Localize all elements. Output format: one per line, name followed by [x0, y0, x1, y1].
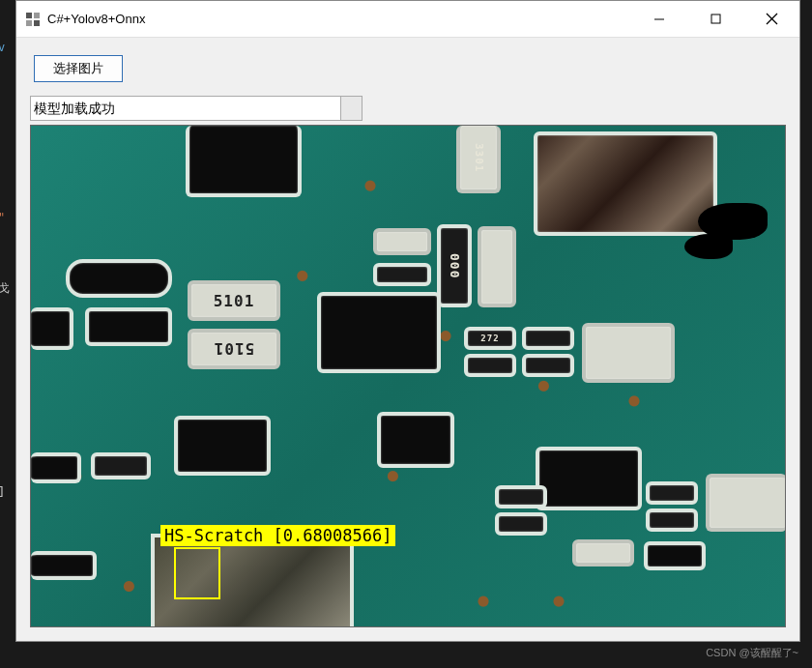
component-marking: 000 — [441, 228, 468, 304]
titlebar[interactable]: C#+Yolov8+Onnx — [16, 1, 799, 38]
pcb-component — [522, 354, 574, 377]
status-row: 模型加载成功 — [30, 96, 786, 121]
pcb-component — [373, 228, 431, 255]
pcb-component — [522, 327, 574, 350]
pcb-component — [495, 512, 547, 536]
editor-fragment: " — [0, 211, 5, 224]
image-display: 3301 5101 5101 000 — [30, 125, 786, 627]
component-marking: 5101 — [191, 333, 276, 365]
minimize-button[interactable] — [631, 1, 687, 37]
status-side — [341, 96, 362, 121]
pcb-component — [464, 354, 516, 377]
pcb-component: 000 — [437, 224, 472, 307]
svg-rect-3 — [34, 20, 40, 26]
pcb-component — [377, 412, 454, 468]
pcb-component — [706, 474, 786, 532]
svg-rect-5 — [711, 15, 720, 23]
pcb-component — [31, 551, 97, 580]
pcb-component — [644, 541, 706, 570]
detection-bbox — [174, 547, 220, 599]
window-title: C#+Yolov8+Onnx — [47, 12, 631, 26]
pcb-component — [31, 307, 73, 350]
pcb-component — [317, 292, 441, 373]
pcb-component — [536, 447, 642, 510]
window-controls — [631, 1, 799, 37]
pcb-blob — [684, 234, 733, 259]
close-icon — [766, 13, 778, 25]
maximize-button[interactable] — [687, 1, 743, 37]
pcb-component: 5101 — [188, 329, 280, 369]
select-image-button[interactable]: 选择图片 — [34, 55, 123, 82]
svg-rect-1 — [34, 13, 40, 18]
pcb-component — [646, 508, 698, 532]
pcb-component — [572, 539, 634, 566]
pcb-component-scratched — [534, 131, 717, 236]
status-textbox[interactable]: 模型加载成功 — [30, 96, 341, 121]
watermark: CSDN @该醒醒了~ — [706, 646, 798, 660]
pcb-component — [495, 485, 547, 508]
editor-fragment: ] — [0, 485, 5, 499]
app-window: C#+Yolov8+Onnx 选择图片 模型加载成功 3301 — [15, 0, 800, 642]
component-marking: 272 — [468, 331, 512, 346]
component-marking: 5101 — [191, 284, 276, 317]
pcb-component — [646, 481, 698, 505]
pcb-component — [186, 126, 302, 197]
minimize-icon — [653, 14, 665, 25]
pcb-component: 5101 — [188, 280, 280, 321]
detection-label: HS-Scratch [0.68008566] — [160, 525, 395, 546]
pcb-component — [582, 323, 675, 383]
pcb-component: 3301 — [456, 126, 501, 193]
app-icon — [26, 13, 40, 26]
pcb-component: 272 — [464, 327, 516, 350]
pcb-component — [91, 452, 151, 479]
editor-fragment: 戈 — [0, 280, 10, 297]
editor-fragment: v — [0, 41, 5, 54]
component-marking: 3301 — [460, 126, 497, 189]
pcb-component — [85, 307, 172, 346]
pcb-component — [66, 259, 172, 298]
svg-rect-2 — [26, 20, 32, 26]
maximize-icon — [710, 14, 721, 24]
pcb-component — [174, 416, 271, 476]
svg-rect-0 — [26, 13, 32, 18]
pcb-component — [373, 263, 431, 286]
close-button[interactable] — [743, 1, 799, 37]
pcb-component — [478, 226, 516, 307]
pcb-component — [31, 452, 81, 483]
client-area: 选择图片 模型加载成功 3301 5101 — [16, 38, 799, 641]
